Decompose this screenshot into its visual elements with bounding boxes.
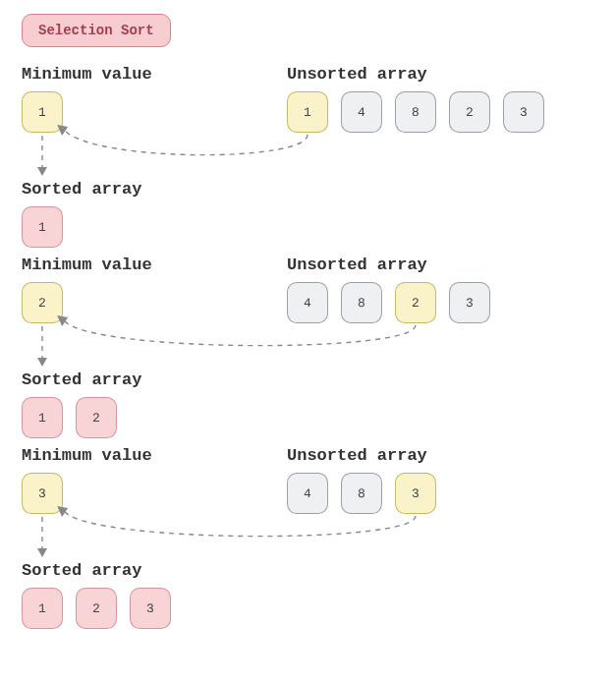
min-cell: 1 [22, 91, 63, 133]
sorted-label: Sorted array [22, 180, 594, 199]
min-cell: 2 [22, 282, 63, 323]
unsorted-cell: 8 [395, 91, 436, 133]
sorted-cell: 1 [22, 397, 63, 438]
step: Minimum value1Unsorted array14823Sorted … [22, 65, 594, 248]
sorted-cell: 1 [22, 588, 63, 629]
sorted-cell: 3 [130, 588, 171, 629]
unsorted-cell: 3 [395, 473, 436, 514]
minimum-label: Minimum value [22, 256, 287, 274]
unsorted-cell: 3 [449, 282, 490, 323]
sorted-cell: 2 [76, 397, 117, 438]
min-cell: 3 [22, 473, 63, 514]
unsorted-cell: 4 [287, 282, 328, 323]
unsorted-cell: 8 [341, 282, 382, 323]
unsorted-cell: 2 [449, 91, 490, 133]
step: Minimum value3Unsorted array483Sorted ar… [22, 446, 594, 629]
minimum-label: Minimum value [22, 65, 287, 84]
unsorted-label: Unsorted array [287, 446, 594, 465]
unsorted-cell: 2 [395, 282, 436, 323]
unsorted-cell: 4 [287, 473, 328, 514]
sorted-cell: 2 [76, 588, 117, 629]
step: Minimum value2Unsorted array4823Sorted a… [22, 256, 594, 438]
unsorted-label: Unsorted array [287, 256, 594, 274]
algorithm-title: Selection Sort [22, 14, 171, 47]
sorted-label: Sorted array [22, 370, 594, 389]
minimum-label: Minimum value [22, 446, 287, 465]
unsorted-cell: 1 [287, 91, 328, 133]
unsorted-label: Unsorted array [287, 65, 594, 84]
sorted-cell: 1 [22, 206, 63, 248]
sorted-label: Sorted array [22, 561, 594, 580]
unsorted-cell: 4 [341, 91, 382, 133]
unsorted-cell: 3 [503, 91, 544, 133]
unsorted-cell: 8 [341, 473, 382, 514]
